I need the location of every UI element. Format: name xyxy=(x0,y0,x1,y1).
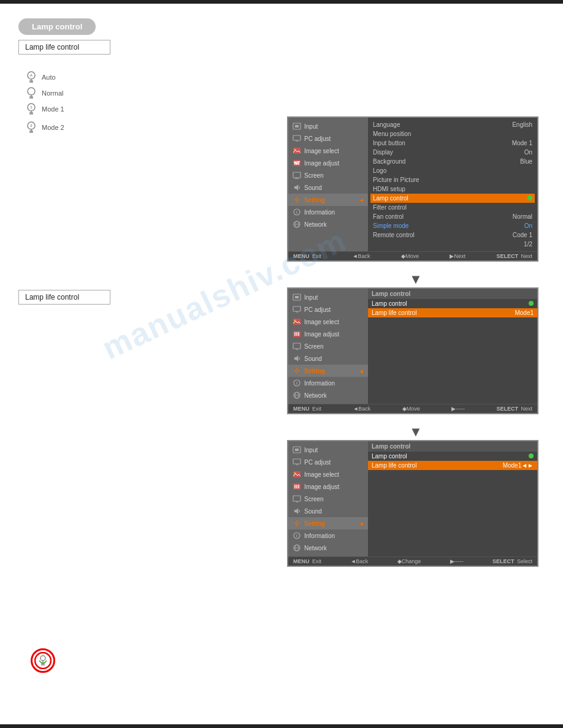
osd-menu-sound[interactable]: Sound xyxy=(288,181,368,194)
screen-icon xyxy=(292,171,302,180)
osd3-menu-info[interactable]: i Information xyxy=(288,529,368,542)
osd-menu-setting[interactable]: Setting ◄ xyxy=(288,194,368,206)
osd-menu-3: Input PC adjust Image select xyxy=(288,441,368,556)
osd3-pc-icon xyxy=(292,458,302,466)
osd3-status-menu: MENU Exit xyxy=(293,558,321,564)
osd3-menu-sound[interactable]: Sound xyxy=(288,505,368,517)
osd3-status-select: SELECT Select xyxy=(492,558,532,564)
osd3-lamp-row-1: Lamp control xyxy=(368,452,537,461)
osd-row-pip: Picture in Picture xyxy=(373,175,532,184)
lamp-2-label: Mode 2 xyxy=(42,124,64,131)
svg-rect-71 xyxy=(293,459,301,464)
osd2-menu-setting[interactable]: Setting ◄ xyxy=(288,365,368,377)
osd3-setting-label: Setting xyxy=(304,520,325,527)
osd2-sound-label: Sound xyxy=(304,355,322,362)
osd3-status-back: ◄Back xyxy=(350,558,368,564)
osd-statusbar-1: MENU Exit ◄Back ◆Move ▶Next SELECT Next xyxy=(288,251,537,260)
osd3-image-select-label: Image select xyxy=(304,471,339,478)
osd-background-label: Background xyxy=(373,158,405,165)
osd3-menu-setting[interactable]: Setting ◄ xyxy=(288,517,368,529)
svg-rect-73 xyxy=(293,471,301,477)
osd2-pc-label: PC adjust xyxy=(304,306,331,313)
osd-row-fan: Fan control Normal xyxy=(373,212,532,221)
osd3-status-change: ◆Change xyxy=(397,558,421,564)
osd2-menu-image-select[interactable]: Image select xyxy=(288,316,368,328)
osd2-screen-label: Screen xyxy=(304,343,324,350)
osd-menu-pc-adjust[interactable]: PC adjust xyxy=(288,132,368,145)
osd2-menu-input[interactable]: Input xyxy=(288,291,368,303)
lamp-2-icon: 2 xyxy=(25,121,38,134)
osd2-pc-icon xyxy=(292,305,302,314)
bottom-border xyxy=(0,724,563,728)
osd3-menu-image-select[interactable]: Image select xyxy=(288,468,368,480)
lamp-life-control-box2: Lamp life control xyxy=(18,290,110,305)
osd3-lamp-life-label: Lamp life control xyxy=(372,462,416,469)
osd-input-label: Input xyxy=(304,123,318,130)
osd-fan-label: Fan control xyxy=(373,213,404,220)
svg-text:A: A xyxy=(30,74,33,77)
osd-menu-image-adjust[interactable]: Image adjust xyxy=(288,157,368,169)
osd-menu-network[interactable]: Network xyxy=(288,218,368,230)
osd-screen-label: Screen xyxy=(304,172,324,179)
osd-lamp-ctrl-label: Lamp control xyxy=(373,195,408,202)
osd-input-btn-value: Mode 1 xyxy=(512,140,532,146)
osd3-menu-screen[interactable]: Screen xyxy=(288,493,368,505)
osd-row-menu-position: Menu position xyxy=(373,129,532,138)
osd-menu-information[interactable]: i Information xyxy=(288,206,368,218)
svg-point-59 xyxy=(296,370,298,372)
osd3-lamp-row-2: Lamp life control Mode1◄► xyxy=(368,461,537,470)
network-icon xyxy=(292,220,302,229)
osd2-menu-sound[interactable]: Sound xyxy=(288,352,368,365)
osd-remote-label: Remote control xyxy=(373,232,415,238)
svg-text:i: i xyxy=(296,210,297,214)
osd3-info-icon: i xyxy=(292,531,302,540)
osd2-lamp-ctrl-label: Lamp control xyxy=(372,300,407,307)
osd2-menu-pc[interactable]: PC adjust xyxy=(288,303,368,316)
osd3-lamp-ctrl-dot xyxy=(526,453,534,460)
osd-pip-label: Picture in Picture xyxy=(373,176,419,183)
svg-rect-47 xyxy=(295,296,299,298)
svg-rect-56 xyxy=(293,343,301,349)
osd3-sub-title: Lamp control xyxy=(368,441,537,452)
lamp-control-pill: Lamp control xyxy=(18,18,96,35)
left-column: Lamp control Lamp life control A Auto xyxy=(18,18,153,305)
svg-rect-79 xyxy=(293,496,301,501)
osd3-screen-label: Screen xyxy=(304,496,324,502)
osd2-menu-screen[interactable]: Screen xyxy=(288,340,368,352)
osd-menu-image-select[interactable]: Image select xyxy=(288,145,368,157)
lamp-icon-2: 2 Mode 2 xyxy=(25,121,153,134)
osd2-menu-information[interactable]: i Information xyxy=(288,377,368,389)
osd2-image-adjust-label: Image adjust xyxy=(304,331,339,338)
osd-row-display: Display On xyxy=(373,148,532,157)
osd2-status-next: ▶----- xyxy=(451,406,465,412)
osd3-menu-image-adjust[interactable]: Image adjust xyxy=(288,480,368,493)
osd3-sub-panel: Lamp control Lamp control Lamp life cont… xyxy=(368,441,537,556)
status-back: ◄Back xyxy=(353,253,370,259)
osd3-status-next: ▶----- xyxy=(450,558,464,564)
osd3-menu-network[interactable]: Network xyxy=(288,542,368,554)
osd2-menu-network[interactable]: Network xyxy=(288,389,368,401)
osd3-menu-pc[interactable]: PC adjust xyxy=(288,456,368,468)
osd-lamp-ctrl-dot xyxy=(518,195,532,202)
osd-hdmi-label: HDMI setup xyxy=(373,186,405,192)
osd-statusbar-2: MENU Exit ◄Back ◆Move ▶----- SELECT Next xyxy=(288,404,537,413)
osd2-image-adjust-icon xyxy=(292,330,302,338)
osd2-menu-image-adjust[interactable]: Image adjust xyxy=(288,328,368,340)
osd2-network-label: Network xyxy=(304,392,327,399)
osd-row-simple: Simple mode On xyxy=(373,221,532,230)
osd3-menu-input[interactable]: Input xyxy=(288,444,368,456)
svg-rect-50 xyxy=(293,319,301,325)
osd-row-filter: Filter control xyxy=(373,203,532,212)
osd3-input-label: Input xyxy=(304,447,318,453)
osd-information-label: Information xyxy=(304,209,335,216)
lamp-icon-plain: Normal xyxy=(25,86,153,100)
osd-menu-input[interactable]: Input xyxy=(288,120,368,132)
osd2-setting-icon xyxy=(292,366,302,375)
lamp-1-label: Mode 1 xyxy=(42,105,64,113)
osd2-input-icon xyxy=(292,293,302,301)
arrow-down-1: ▼ xyxy=(287,273,545,286)
osd3-sound-label: Sound xyxy=(304,508,322,515)
setting-icon xyxy=(292,195,302,204)
osd-menu-screen[interactable]: Screen xyxy=(288,169,368,181)
osd3-pc-label: PC adjust xyxy=(304,459,331,466)
